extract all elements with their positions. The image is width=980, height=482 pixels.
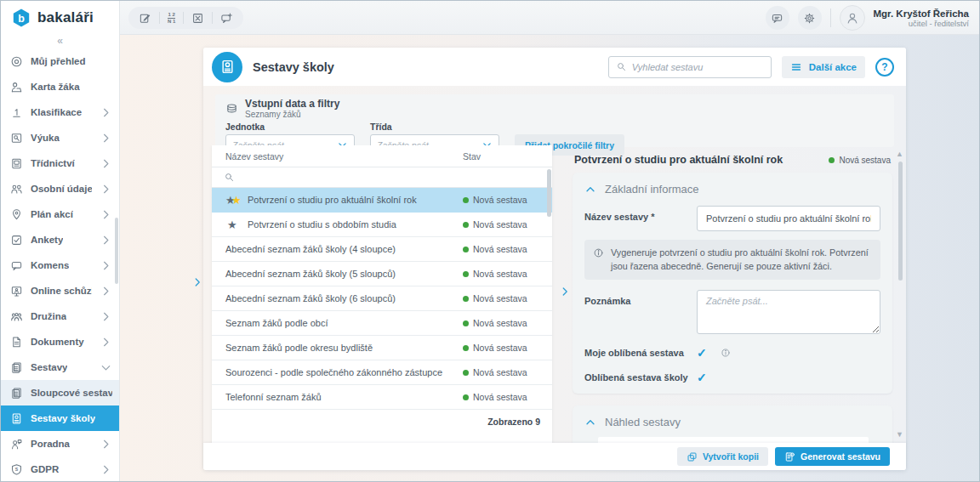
sidebar-item-label: Družina xyxy=(31,311,66,321)
scroll-down-arrow[interactable]: ▼ xyxy=(896,430,903,439)
sidebar-item-klasifikace[interactable]: Klasifikace xyxy=(1,99,119,125)
status-dot xyxy=(463,222,469,228)
sidebar-item-label: Online schůzky xyxy=(31,286,92,296)
info-icon[interactable] xyxy=(721,348,731,358)
search-icon xyxy=(224,172,235,183)
komens-chat-icon xyxy=(10,259,23,272)
detail-title: Potvrzení o studiu pro aktuální školní r… xyxy=(574,154,783,166)
generate-report-button[interactable]: Generovat sestavu xyxy=(775,447,890,466)
sidebar-item-muj-prehled[interactable]: Můj přehled xyxy=(1,48,119,74)
report-row-abecedni-seznam-zaku-skoly-6-sloupcu[interactable]: Abecední seznam žáků školy (6 sloupců)No… xyxy=(212,286,552,311)
header-divider xyxy=(830,9,831,27)
sidebar-item-sestavy[interactable]: Sestavy xyxy=(1,354,119,380)
svg-text:S: S xyxy=(15,467,19,472)
report-row-abecedni-seznam-zaku-skoly-5-sloupcu[interactable]: Abecední seznam žáků školy (5 sloupců)No… xyxy=(212,262,552,286)
report-row-telefonni-seznam-zaku[interactable]: Telefonní seznam žákůNová sestava xyxy=(212,385,552,410)
sidebar-item-ankety[interactable]: Ankety xyxy=(1,227,119,252)
report-row-abecedni-seznam-zaku-skoly-4-sloupce[interactable]: Abecední seznam žáků školy (4 sloupce)No… xyxy=(212,237,552,262)
sidebar-item-druzina[interactable]: Družina xyxy=(1,303,119,329)
report-name-input[interactable] xyxy=(697,206,880,231)
grades-icon xyxy=(10,106,23,119)
chevron-right-icon xyxy=(100,183,112,196)
online-meeting-icon xyxy=(10,285,23,298)
absence-icon[interactable] xyxy=(191,12,204,25)
fav-school-checkbox[interactable]: ✓ xyxy=(697,371,707,383)
report-status: Nová sestava xyxy=(463,244,527,254)
note-textarea[interactable] xyxy=(697,290,880,334)
main-area: Sestavy školy Další akce ? xyxy=(120,35,979,481)
sidebar-item-vyuka[interactable]: Výuka xyxy=(1,125,119,150)
sidebar-item-karta-zaka[interactable]: Karta žáka xyxy=(1,74,119,99)
user-info[interactable]: Mgr. Kryštof Řeřicha učitel - ředitelstv… xyxy=(874,9,969,28)
sidebar-item-komens[interactable]: Komens xyxy=(1,252,119,278)
sidebar-item-poradna[interactable]: Poradna xyxy=(1,431,119,456)
sidebar-item-gdpr[interactable]: SGDPR xyxy=(1,456,119,482)
more-actions-button[interactable]: Další akce xyxy=(782,56,865,78)
list-scrollbar[interactable] xyxy=(547,169,551,217)
sidebar-item-tridnictvi[interactable]: Třídnictví xyxy=(1,150,119,176)
create-copy-button[interactable]: Vytvořit kopii xyxy=(677,447,768,466)
scroll-up-arrow[interactable]: ▲ xyxy=(896,150,903,158)
report-name: Seznam žáků podle okresu bydliště xyxy=(225,343,373,353)
toolbar-divider xyxy=(159,12,160,24)
filter-bar: Vstupní data a filtry Seznamy žáků Jedno… xyxy=(215,94,894,147)
toolbar-divider xyxy=(212,12,213,24)
gear-icon[interactable] xyxy=(798,6,822,30)
column-name-header: Název sestavy xyxy=(225,151,283,162)
list-search-row[interactable] xyxy=(212,167,552,188)
preview-title: Náhled sestavy xyxy=(605,416,681,428)
edit-grade-icon[interactable] xyxy=(139,12,151,25)
brand-logo[interactable]: b bakaláři xyxy=(1,1,119,35)
copy-icon xyxy=(687,451,698,462)
basic-info-title: Základní informace xyxy=(605,183,699,196)
search-input[interactable] xyxy=(632,62,764,72)
class-register-icon xyxy=(10,157,23,170)
status-dot xyxy=(463,320,469,326)
page-header: Sestavy školy Další akce ? xyxy=(203,48,906,86)
sidebar-item-dokumenty[interactable]: Dokumenty xyxy=(1,329,119,354)
user-avatar-icon[interactable] xyxy=(840,5,865,31)
fav-my-checkbox[interactable]: ✓ xyxy=(697,347,707,359)
report-search-box xyxy=(608,56,772,78)
report-row-sourozenci-podle-spolecneho-zakonneho-za[interactable]: Sourozenci - podle společného zákonného … xyxy=(212,360,552,385)
expand-left-panel-chevron[interactable] xyxy=(191,276,203,292)
new-message-icon[interactable] xyxy=(220,12,233,25)
sidebar-item-online-schuzky[interactable]: Online schůzky xyxy=(1,278,119,303)
sidebar-item-plan-akci[interactable]: Plán akcí xyxy=(1,201,119,227)
report-row-seznam-zaku-podle-okresu-bydliste[interactable]: Seznam žáků podle okresu bydlištěNová se… xyxy=(212,336,552,360)
detail-scrollbar-thumb[interactable] xyxy=(898,162,903,281)
teaching-icon xyxy=(10,132,23,145)
chevron-right-icon xyxy=(100,132,112,145)
sidebar-item-osobni-udaje[interactable]: Osobní údaje xyxy=(1,176,119,201)
info-icon xyxy=(593,247,604,273)
sidebar-collapse-control[interactable]: « xyxy=(1,35,119,48)
report-row-seznam-zaku-podle-obci[interactable]: Seznam žáků podle obcíNová sestava xyxy=(212,311,552,336)
fav-my-label: Moje oblíbená sestava xyxy=(584,348,697,358)
chevron-up-icon[interactable] xyxy=(584,184,596,196)
unit-label: Jednotka xyxy=(225,122,355,132)
status-dot xyxy=(463,271,469,277)
numeric-grades-icon[interactable]: 1 2N 1 xyxy=(168,12,175,25)
list-footer-count: Zobrazeno 9 xyxy=(212,410,552,427)
sidebar-item-label: Sestavy xyxy=(31,362,67,372)
filter-title: Vstupní data a filtry xyxy=(245,99,339,110)
expand-list-panel-chevron[interactable] xyxy=(559,286,571,301)
report-row-potvrzeni-o-studiu-s-obdobim-studia[interactable]: ★Potvrzení o studiu s obdobím studiaNová… xyxy=(212,213,552,237)
sidebar-item-sloupcove-sestavy[interactable]: Sloupcové sestavy xyxy=(1,380,119,405)
chevron-up-icon[interactable] xyxy=(584,417,596,428)
sidebar: b bakaláři « Můj přehledKarta žákaKlasif… xyxy=(1,1,120,481)
help-button[interactable]: ? xyxy=(875,58,894,77)
chat-bubble-icon[interactable] xyxy=(766,6,789,30)
chevron-right-icon xyxy=(100,234,112,247)
sidebar-scrollbar[interactable] xyxy=(115,218,118,284)
status-dot xyxy=(463,296,469,302)
chevron-down-icon xyxy=(100,361,112,374)
report-row-potvrzeni-o-studiu-pro-aktualni-skolni-r[interactable]: ★★Potvrzení o studiu pro aktuální školní… xyxy=(212,188,552,213)
report-status: Nová sestava xyxy=(463,195,527,205)
report-status: Nová sestava xyxy=(463,343,527,353)
chevron-right-icon xyxy=(100,285,112,298)
sidebar-item-sestavy-skoly[interactable]: Sestavy školy xyxy=(1,405,119,431)
fav-school-label: Oblíbená sestava školy xyxy=(584,372,697,383)
sidebar-item-label: Poradna xyxy=(31,439,70,449)
brand-name: bakaláři xyxy=(37,9,94,26)
